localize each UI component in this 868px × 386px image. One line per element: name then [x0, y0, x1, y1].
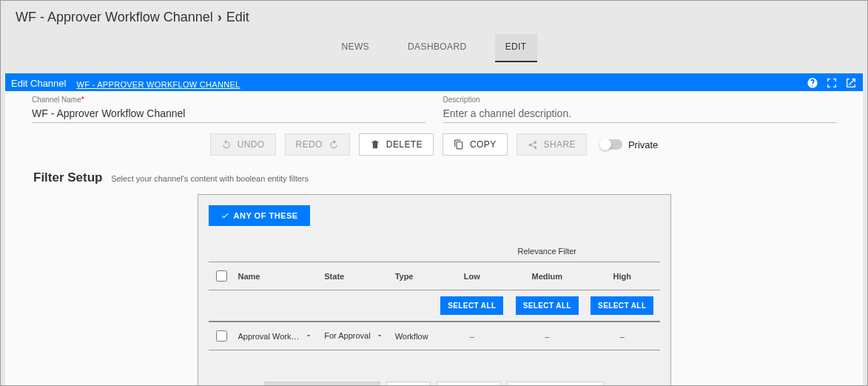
- filter-setup-subtitle: Select your channel's content with boole…: [111, 174, 309, 183]
- private-label: Private: [628, 139, 658, 150]
- col-low: Low: [434, 262, 509, 290]
- copy-button[interactable]: COPY: [443, 133, 508, 156]
- action-toolbar: UNDO REDO DELETE COPY SHARE Private: [32, 133, 836, 156]
- share-icon: [528, 139, 538, 150]
- undo-button: UNDO: [210, 133, 276, 156]
- private-toggle[interactable]: [600, 139, 622, 150]
- channel-name-field: Channel Name*: [32, 96, 425, 123]
- filter-grid: Relevance Filter Name State Type Low Med…: [209, 241, 660, 362]
- browse-button[interactable]: + BROWSE: [437, 382, 501, 386]
- panel-header: Edit Channel WF - APPROVER WORKFLOW CHAN…: [5, 73, 863, 91]
- relevance-header: Relevance Filter: [434, 241, 659, 262]
- row-checkbox[interactable]: [216, 330, 227, 342]
- filter-box: ANY OF THESE Relevance Filter Name State…: [198, 194, 671, 386]
- help-icon[interactable]: [807, 77, 818, 89]
- breadcrumb-page: Edit: [226, 10, 249, 25]
- open-new-icon[interactable]: [845, 77, 857, 89]
- channel-name-input[interactable]: [32, 106, 425, 121]
- trash-icon: [370, 139, 380, 150]
- filter-setup-title: Filter Setup: [33, 170, 103, 184]
- select-all-low-button[interactable]: SELECT ALL: [440, 296, 503, 315]
- share-button: SHARE: [517, 133, 587, 156]
- col-type: Type: [391, 262, 434, 290]
- breadcrumb-sep-icon: ›: [218, 10, 222, 25]
- select-all-high-button[interactable]: SELECT ALL: [591, 296, 653, 315]
- channel-desc-input[interactable]: [443, 106, 837, 121]
- remove-selected-button: REMOVE SELECTED: [264, 382, 380, 386]
- channel-name-label: Channel Name*: [32, 96, 425, 104]
- redo-button: REDO: [285, 133, 350, 156]
- col-name: Name: [234, 262, 320, 290]
- filter-actions: REMOVE SELECTED + ADD + BROWSE + ADD WOR…: [209, 382, 660, 386]
- breadcrumb: WF - Approver Workflow Channel › Edit: [1, 1, 867, 30]
- col-state: State: [320, 262, 390, 290]
- row-high[interactable]: –: [585, 322, 660, 350]
- tab-dashboard[interactable]: DASHBOARD: [397, 34, 477, 62]
- panel-subtitle[interactable]: WF - APPROVER WORKFLOW CHANNEL: [76, 80, 240, 91]
- row-type: Workflow: [391, 322, 434, 350]
- delete-button[interactable]: DELETE: [359, 133, 434, 156]
- row-medium[interactable]: –: [510, 322, 585, 350]
- redo-icon: [329, 139, 339, 150]
- col-high: High: [585, 262, 660, 290]
- tab-bar: NEWS DASHBOARD EDIT: [1, 30, 867, 63]
- chevron-down-icon[interactable]: [305, 332, 312, 341]
- tab-edit[interactable]: EDIT: [495, 34, 537, 62]
- private-toggle-wrap: Private: [600, 139, 658, 150]
- check-icon: [221, 211, 229, 220]
- undo-icon: [221, 139, 232, 150]
- fullscreen-icon[interactable]: [826, 77, 838, 89]
- row-state[interactable]: For Approval: [324, 331, 370, 340]
- copy-icon: [454, 139, 464, 150]
- tab-news[interactable]: NEWS: [331, 34, 380, 62]
- edit-panel: Edit Channel WF - APPROVER WORKFLOW CHAN…: [5, 73, 863, 386]
- panel-title: Edit Channel: [11, 78, 66, 91]
- add-button[interactable]: + ADD: [386, 382, 431, 386]
- breadcrumb-root: WF - Approver Workflow Channel: [16, 10, 213, 25]
- channel-desc-label: Description: [443, 96, 837, 104]
- col-medium: Medium: [510, 262, 585, 290]
- select-all-checkbox[interactable]: [216, 270, 227, 282]
- any-of-these-button[interactable]: ANY OF THESE: [209, 205, 310, 226]
- row-low[interactable]: –: [434, 322, 509, 350]
- chevron-down-icon[interactable]: [376, 332, 383, 341]
- add-workflow-button[interactable]: + ADD WORKFLOW: [507, 382, 604, 386]
- select-all-medium-button[interactable]: SELECT ALL: [516, 296, 579, 315]
- row-name[interactable]: Approval Work…: [238, 332, 300, 341]
- channel-desc-field: Description: [443, 96, 837, 123]
